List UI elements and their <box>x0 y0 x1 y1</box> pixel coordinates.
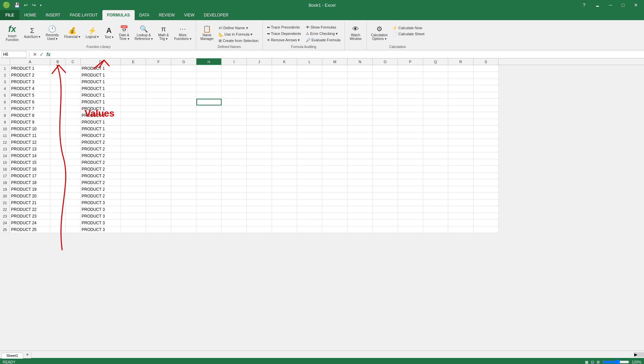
error-checking-btn[interactable]: ⚠ Error Checking ▾ <box>304 31 342 37</box>
scroll-right-btn[interactable]: ▶ <box>634 352 644 357</box>
lookup-reference-btn[interactable]: 🔍 Lookup &Reference ▾ <box>132 23 155 43</box>
col-header-r[interactable]: R <box>448 58 473 65</box>
cell-L13[interactable] <box>297 146 322 152</box>
cell-S12[interactable] <box>473 139 499 146</box>
cell-J19[interactable] <box>247 186 272 193</box>
cell-N18[interactable] <box>348 179 373 186</box>
cell-I6[interactable] <box>222 99 247 105</box>
cell-A24[interactable]: PRODUCT 24 <box>10 220 50 226</box>
cell-I22[interactable] <box>222 206 247 213</box>
cell-H15[interactable] <box>196 159 222 166</box>
cell-L2[interactable] <box>297 72 322 79</box>
cell-S3[interactable] <box>473 79 499 85</box>
cell-F23[interactable] <box>146 213 171 220</box>
cell-E16[interactable] <box>121 166 146 173</box>
cell-I11[interactable] <box>222 132 247 139</box>
cell-O11[interactable] <box>373 132 398 139</box>
page-break-icon[interactable]: ⊞ <box>597 360 600 364</box>
cancel-formula-btn[interactable]: ✕ <box>32 52 38 57</box>
cell-Q15[interactable] <box>423 159 448 166</box>
cell-Q20[interactable] <box>423 193 448 199</box>
cell-A20[interactable]: PRODUCT 20 <box>10 193 50 199</box>
cell-N20[interactable] <box>348 193 373 199</box>
cell-C17[interactable] <box>65 173 81 179</box>
row-num-14[interactable]: 14 <box>0 152 10 159</box>
cell-E20[interactable] <box>121 193 146 199</box>
cell-L7[interactable] <box>297 105 322 112</box>
undo-btn[interactable]: ↩ <box>22 2 29 8</box>
cell-R9[interactable] <box>448 119 473 126</box>
cell-S10[interactable] <box>473 126 499 132</box>
cell-K25[interactable] <box>272 226 297 233</box>
cell-A16[interactable]: PRODUCT 16 <box>10 166 50 173</box>
watch-window-btn[interactable]: 👁 WatchWindow <box>347 23 364 43</box>
row-num-13[interactable]: 13 <box>0 146 10 152</box>
col-header-k[interactable]: K <box>272 58 297 65</box>
cell-G3[interactable] <box>171 79 196 85</box>
cell-O13[interactable] <box>373 146 398 152</box>
cell-J2[interactable] <box>247 72 272 79</box>
cell-B19[interactable] <box>50 186 65 193</box>
cell-M15[interactable] <box>322 159 348 166</box>
cell-E3[interactable] <box>121 79 146 85</box>
cell-K18[interactable] <box>272 179 297 186</box>
cell-D16[interactable]: PRODUCT 2 <box>81 166 121 173</box>
cell-O15[interactable] <box>373 159 398 166</box>
cell-K8[interactable] <box>272 112 297 119</box>
cell-M17[interactable] <box>322 173 348 179</box>
cell-G14[interactable] <box>171 152 196 159</box>
cell-H10[interactable] <box>196 126 222 132</box>
cell-O23[interactable] <box>373 213 398 220</box>
cell-R15[interactable] <box>448 159 473 166</box>
cell-J11[interactable] <box>247 132 272 139</box>
cell-J18[interactable] <box>247 179 272 186</box>
cell-J22[interactable] <box>247 206 272 213</box>
cell-F6[interactable] <box>146 99 171 105</box>
cell-R20[interactable] <box>448 193 473 199</box>
cell-R7[interactable] <box>448 105 473 112</box>
col-header-i[interactable]: I <box>222 58 247 65</box>
cell-H6[interactable] <box>196 99 222 105</box>
cell-E8[interactable] <box>121 112 146 119</box>
cell-I10[interactable] <box>222 126 247 132</box>
cell-O1[interactable] <box>373 65 398 72</box>
cell-H5[interactable] <box>196 92 222 99</box>
cell-O16[interactable] <box>373 166 398 173</box>
autosum-btn[interactable]: Σ AutoSum ▾ <box>21 23 43 43</box>
cell-R1[interactable] <box>448 65 473 72</box>
math-trig-btn[interactable]: π Math &Trig ▾ <box>156 23 171 43</box>
cell-F15[interactable] <box>146 159 171 166</box>
cell-P6[interactable] <box>398 99 423 105</box>
cell-S9[interactable] <box>473 119 499 126</box>
cell-B12[interactable] <box>50 139 65 146</box>
cell-B17[interactable] <box>50 173 65 179</box>
cell-F14[interactable] <box>146 152 171 159</box>
cell-S17[interactable] <box>473 173 499 179</box>
cell-M20[interactable] <box>322 193 348 199</box>
col-header-c[interactable]: C <box>65 58 81 65</box>
cell-M8[interactable] <box>322 112 348 119</box>
cell-Q21[interactable] <box>423 199 448 206</box>
cell-C10[interactable] <box>65 126 81 132</box>
row-num-12[interactable]: 12 <box>0 139 10 146</box>
cell-Q17[interactable] <box>423 173 448 179</box>
cell-E24[interactable] <box>121 220 146 226</box>
cell-P19[interactable] <box>398 186 423 193</box>
cell-N9[interactable] <box>348 119 373 126</box>
row-num-23[interactable]: 23 <box>0 213 10 220</box>
cell-D25[interactable]: PRODUCT 3 <box>81 226 121 233</box>
define-name-btn[interactable]: 🏷 Define Name ▾ <box>217 25 260 31</box>
cell-F19[interactable] <box>146 186 171 193</box>
cell-N14[interactable] <box>348 152 373 159</box>
cell-F1[interactable] <box>146 65 171 72</box>
maximize-btn[interactable]: □ <box>618 1 628 9</box>
cell-S25[interactable] <box>473 226 499 233</box>
cell-E12[interactable] <box>121 139 146 146</box>
cell-J25[interactable] <box>247 226 272 233</box>
cell-G25[interactable] <box>171 226 196 233</box>
cell-F18[interactable] <box>146 179 171 186</box>
cell-D5[interactable]: PRODUCT 1 <box>81 92 121 99</box>
redo-btn[interactable]: ↪ <box>31 2 37 8</box>
cell-K16[interactable] <box>272 166 297 173</box>
cell-I18[interactable] <box>222 179 247 186</box>
